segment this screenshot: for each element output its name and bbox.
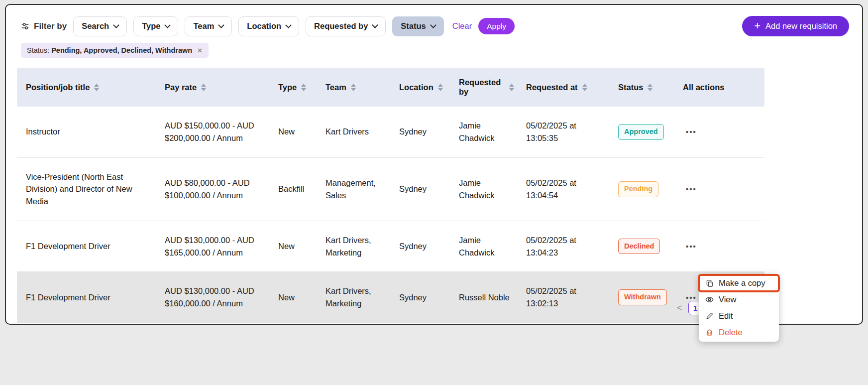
cell-type: New	[272, 221, 320, 272]
chevron-down-icon	[218, 22, 224, 28]
clear-filters-link[interactable]: Clear	[452, 21, 472, 31]
cell-actions: •••	[677, 107, 764, 157]
filter-dropdown-type-label: Type	[142, 21, 160, 31]
status-badge: Approved	[618, 124, 664, 140]
table-row-selected: F1 Development Driver AUD $130,000.00 - …	[17, 272, 764, 323]
filter-dropdown-team-label: Team	[193, 21, 214, 31]
cell-status: Pending	[612, 157, 677, 221]
cell-type: Backfill	[272, 157, 320, 221]
menu-item-view[interactable]: View	[699, 291, 779, 308]
table-row: Vice-President (North East Division) and…	[17, 157, 764, 221]
cell-requested-at: 05/02/2025 at 13:04:23	[520, 221, 612, 272]
filter-dropdown-location-label: Location	[247, 21, 281, 31]
filter-dropdown-status[interactable]: Status	[392, 16, 443, 36]
cell-requested-by: Jamie Chadwick	[453, 107, 520, 157]
cell-type: New	[272, 272, 320, 323]
cell-position: Vice-President (North East Division) and…	[17, 157, 159, 221]
pagination-prev-icon[interactable]: <	[677, 303, 682, 313]
filter-dropdown-requested-by[interactable]: Requested by	[306, 16, 386, 36]
add-new-requisition-label: Add new requisition	[765, 21, 837, 31]
cell-requested-by: Jamie Chadwick	[453, 157, 520, 221]
column-label: Type	[278, 83, 297, 92]
cell-team: Kart Drivers, Marketing	[320, 272, 393, 323]
column-label: Status	[618, 83, 643, 92]
cell-requested-at: 05/02/2025 at 13:04:54	[520, 157, 612, 221]
sort-icon[interactable]	[351, 84, 356, 91]
row-actions-button[interactable]: •••	[683, 240, 700, 253]
chevron-down-icon	[430, 22, 436, 28]
chip-prefix: Status:	[27, 46, 49, 54]
cell-pay-rate: AUD $150,000.00 - AUD $200,000.00 / Annu…	[159, 107, 272, 157]
filter-by-label: Filter by	[34, 21, 67, 31]
menu-item-edit[interactable]: Edit	[699, 308, 779, 324]
column-label: Location	[399, 83, 434, 92]
cell-position: F1 Development Driver	[17, 221, 159, 272]
sort-icon[interactable]	[438, 84, 443, 91]
column-header-requested-by: Requested by	[453, 68, 520, 107]
cell-type: New	[272, 107, 320, 157]
column-header-status: Status	[612, 68, 677, 107]
sort-icon[interactable]	[582, 84, 587, 91]
add-new-requisition-button[interactable]: + Add new requisition	[742, 16, 849, 36]
cell-position: F1 Development Driver	[17, 272, 159, 323]
column-header-type: Type	[272, 68, 320, 107]
column-header-all-actions: All actions	[677, 68, 764, 107]
cell-requested-at: 05/02/2025 at 13:02:13	[520, 272, 612, 323]
cell-position: Instructor	[17, 107, 159, 157]
sort-icon[interactable]	[201, 84, 206, 91]
cell-location: Sydney	[393, 272, 453, 323]
filter-dropdown-location[interactable]: Location	[238, 16, 299, 36]
cell-location: Sydney	[393, 157, 453, 221]
filter-dropdown-type[interactable]: Type	[133, 16, 178, 36]
sort-icon[interactable]	[94, 84, 99, 91]
requisitions-table: Position/job title Pay rate Type Team Lo…	[17, 68, 764, 323]
cell-team: Kart Drivers, Marketing	[320, 221, 393, 272]
trash-icon	[705, 328, 714, 337]
eye-icon	[705, 295, 714, 304]
filter-dropdown-search[interactable]: Search	[73, 16, 127, 36]
filter-dropdown-search-label: Search	[82, 21, 109, 31]
status-badge: Pending	[618, 181, 658, 197]
filter-dropdown-team[interactable]: Team	[185, 16, 232, 36]
filter-sliders-icon	[21, 22, 29, 30]
chevron-down-icon	[372, 22, 378, 28]
cell-pay-rate: AUD $80,000.00 - AUD $100,000.00 / Annum	[159, 157, 272, 221]
row-actions-button[interactable]: •••	[683, 126, 700, 138]
sort-icon[interactable]	[509, 84, 514, 91]
sort-icon[interactable]	[648, 84, 652, 91]
table-row: F1 Development Driver AUD $130,000.00 - …	[17, 221, 764, 272]
plus-icon: +	[754, 20, 760, 31]
cell-requested-by: Jamie Chadwick	[453, 221, 520, 272]
menu-item-label: Make a copy	[719, 278, 765, 288]
cell-status: Approved	[612, 107, 677, 157]
cell-actions: •••	[677, 221, 764, 272]
menu-item-label: Edit	[719, 311, 733, 321]
filter-dropdown-status-label: Status	[401, 21, 426, 31]
apply-filters-button[interactable]: Apply	[478, 18, 515, 34]
active-filters-row: Status: Pending, Approved, Declined, Wit…	[6, 36, 862, 58]
cell-pay-rate: AUD $130,000.00 - AUD $160,000.00 / Annu…	[159, 272, 272, 323]
menu-item-delete[interactable]: Delete	[699, 324, 779, 341]
chevron-down-icon	[165, 22, 171, 28]
cell-team: Management, Sales	[320, 157, 393, 221]
cell-pay-rate: AUD $130,000.00 - AUD $165,000.00 / Annu…	[159, 221, 272, 272]
chip-value: Pending, Approved, Declined, Withdrawn	[51, 46, 192, 54]
filter-bar: Filter by Search Type Team Location Requ…	[6, 5, 862, 36]
chip-close-icon[interactable]: ✕	[197, 47, 203, 54]
menu-item-label: View	[719, 295, 736, 304]
column-label: Team	[326, 83, 346, 92]
row-actions-button[interactable]: •••	[683, 183, 700, 195]
status-badge: Declined	[618, 239, 660, 255]
sort-icon[interactable]	[301, 84, 306, 91]
filter-by-label-group: Filter by	[21, 21, 67, 31]
status-filter-chip: Status: Pending, Approved, Declined, Wit…	[21, 43, 209, 58]
column-label: Requested by	[459, 78, 505, 97]
table-row: Instructor AUD $150,000.00 - AUD $200,00…	[17, 107, 764, 157]
column-header-requested-at: Requested at	[520, 68, 612, 107]
menu-item-make-a-copy[interactable]: Make a copy	[699, 275, 779, 291]
cell-location: Sydney	[393, 107, 453, 157]
cell-requested-at: 05/02/2025 at 13:05:35	[520, 107, 612, 157]
chip-label: Status: Pending, Approved, Declined, Wit…	[27, 46, 192, 54]
chevron-down-icon	[113, 22, 119, 28]
cell-team: Kart Drivers	[320, 107, 393, 157]
